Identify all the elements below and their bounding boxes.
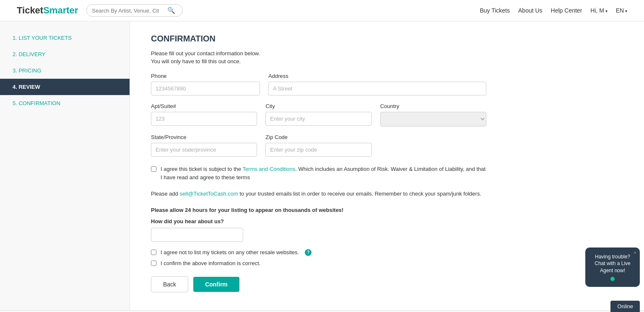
apt-city-country-row: Apt/Suite# City Country United States Ca… xyxy=(151,103,486,126)
terms-checkbox[interactable] xyxy=(151,166,156,172)
spacer-group xyxy=(380,134,486,157)
confirm-correct-checkbox[interactable] xyxy=(151,260,156,266)
button-row: Back Confirm xyxy=(151,276,486,292)
help-icon[interactable]: ? xyxy=(305,249,312,256)
nav-links: Buy Tickets About Us Help Center Hi, M E… xyxy=(480,7,627,14)
logo-smarter: Smarter xyxy=(43,5,78,15)
sidebar-item-pricing[interactable]: 3. PRICING xyxy=(0,62,130,79)
terms-text: I agree this ticket is subject to the Te… xyxy=(161,165,486,181)
footer: Policy Get To Know Us Get Help xyxy=(0,310,644,312)
terms-link[interactable]: Terms and Conditions xyxy=(243,166,296,172)
online-bar[interactable]: Online xyxy=(610,301,640,312)
state-group: State/Province xyxy=(151,134,257,157)
nav-language-menu[interactable]: EN xyxy=(616,7,627,14)
confirm-correct-row: I confirm the above information is corre… xyxy=(151,260,486,266)
chat-online-dot xyxy=(610,277,615,281)
page-container: 1. LIST YOUR TICKETS 2. DELIVERY 3. PRIC… xyxy=(0,21,644,310)
terms-text-pre: I agree this ticket is subject to the xyxy=(161,166,243,172)
nav-about-us[interactable]: About Us xyxy=(518,7,543,14)
no-other-resale-checkbox[interactable] xyxy=(151,250,156,255)
sidebar-item-review[interactable]: 4. REVIEW xyxy=(0,79,130,95)
no-other-resale-label: I agree not to list my tickets on any ot… xyxy=(161,249,299,255)
page-title: CONFIRMATION xyxy=(151,34,486,44)
main-content: CONFIRMATION Please fill out your contac… xyxy=(130,21,507,310)
search-icon[interactable]: 🔍 xyxy=(167,7,175,14)
search-input[interactable] xyxy=(92,8,167,14)
phone-address-row: Phone Address xyxy=(151,73,486,95)
header: TicketSmarter 🔍 Buy Tickets About Us Hel… xyxy=(0,0,644,21)
address-input[interactable] xyxy=(268,82,486,95)
contact-sub: You will only have to fill this out once… xyxy=(151,58,486,64)
apt-label: Apt/Suite# xyxy=(151,103,257,109)
hear-label: How did you hear about us? xyxy=(151,218,486,224)
city-label: City xyxy=(265,103,371,109)
country-label: Country xyxy=(380,103,486,109)
state-label: State/Province xyxy=(151,134,257,140)
chat-message: Having trouble? Chat with a Live Agent n… xyxy=(595,254,630,274)
state-zip-row: State/Province Zip Code xyxy=(151,134,486,157)
allow-note: Please allow 24 hours for your listing t… xyxy=(151,207,486,213)
terms-block: I agree this ticket is subject to the Te… xyxy=(151,165,486,181)
zip-input[interactable] xyxy=(265,143,371,157)
no-other-resale-row: I agree not to list my tickets on any ot… xyxy=(151,249,486,256)
hear-input[interactable] xyxy=(151,228,243,242)
confirm-button[interactable]: Confirm xyxy=(193,277,239,292)
nav-help-center[interactable]: Help Center xyxy=(551,7,582,14)
address-label: Address xyxy=(268,73,486,79)
address-group: Address xyxy=(268,73,486,95)
phone-label: Phone xyxy=(151,73,260,79)
sidebar: 1. LIST YOUR TICKETS 2. DELIVERY 3. PRIC… xyxy=(0,21,130,310)
zip-label: Zip Code xyxy=(265,134,371,140)
country-select[interactable]: United States Canada United Kingdom xyxy=(380,112,486,126)
email-note-post: to your trusted emails list in order to … xyxy=(238,191,481,197)
chat-widget: × Having trouble? Chat with a Live Agent… xyxy=(585,248,640,287)
chat-close-button[interactable]: × xyxy=(634,250,636,256)
apt-group: Apt/Suite# xyxy=(151,103,257,126)
country-group: Country United States Canada United King… xyxy=(380,103,486,126)
phone-input[interactable] xyxy=(151,82,260,95)
zip-group: Zip Code xyxy=(265,134,371,157)
contact-intro: Please fill out your contact information… xyxy=(151,50,486,57)
logo-ticket: Ticket xyxy=(17,5,43,15)
email-note: Please add sell@TicketToCash.com to your… xyxy=(151,190,486,199)
nav-user-menu[interactable]: Hi, M xyxy=(590,7,607,14)
email-link[interactable]: sell@TicketToCash.com xyxy=(180,191,238,197)
city-group: City xyxy=(265,103,371,126)
page-title-section: CONFIRMATION xyxy=(151,34,486,44)
search-bar: 🔍 xyxy=(86,4,183,17)
sidebar-item-confirmation[interactable]: 5. CONFIRMATION xyxy=(0,95,130,111)
sidebar-item-list-tickets[interactable]: 1. LIST YOUR TICKETS xyxy=(0,30,130,46)
logo[interactable]: TicketSmarter xyxy=(17,5,78,16)
nav-buy-tickets[interactable]: Buy Tickets xyxy=(480,7,510,14)
confirm-correct-label: I confirm the above information is corre… xyxy=(161,260,260,266)
state-input[interactable] xyxy=(151,143,257,157)
back-button[interactable]: Back xyxy=(151,276,188,292)
phone-group: Phone xyxy=(151,73,260,95)
apt-input[interactable] xyxy=(151,112,257,126)
sidebar-item-delivery[interactable]: 2. DELIVERY xyxy=(0,46,130,62)
city-input[interactable] xyxy=(265,112,371,126)
email-note-pre: Please add xyxy=(151,191,180,197)
